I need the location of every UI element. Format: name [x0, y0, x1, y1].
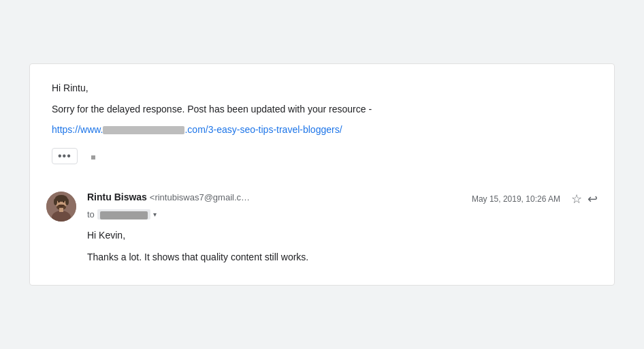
first-email-link-line: https://www..com/3-easy-seo-tips-travel-…	[52, 122, 592, 137]
recipient-name	[97, 209, 150, 219]
svg-point-8	[58, 201, 59, 202]
first-email-body-line: Sorry for the delayed response. Post has…	[52, 102, 592, 117]
recipient-row: to ▾	[87, 209, 598, 219]
svg-rect-7	[59, 208, 63, 212]
redacted-recipient	[100, 211, 148, 219]
star-icon[interactable]: ☆	[571, 192, 582, 207]
avatar-container	[46, 192, 76, 271]
redacted-domain	[103, 126, 184, 134]
first-email-greeting: Hi Rintu,	[52, 80, 592, 95]
first-email-body: Hi Rintu, Sorry for the delayed response…	[52, 80, 592, 137]
email-actions: May 15, 2019, 10:26 AM ☆ ↩	[472, 192, 598, 207]
email-thread: Hi Rintu, Sorry for the delayed response…	[29, 63, 615, 286]
avatar-image	[46, 192, 76, 222]
first-email-body-text: Sorry for the delayed response. Post has…	[52, 104, 372, 115]
avatar	[46, 192, 76, 222]
svg-point-3	[54, 198, 57, 205]
dot-indicator	[91, 155, 95, 160]
dropdown-arrow-icon[interactable]: ▾	[153, 211, 157, 218]
email-date: May 15, 2019, 10:26 AM	[472, 194, 560, 204]
recipient-label: to	[87, 209, 95, 219]
second-email-content: Rintu Biswas <rintubiswas7@gmail.c… May …	[87, 192, 598, 271]
svg-point-9	[63, 201, 64, 202]
sender-info: Rintu Biswas <rintubiswas7@gmail.c…	[87, 192, 472, 202]
second-email-block: Rintu Biswas <rintubiswas7@gmail.c… May …	[30, 178, 614, 285]
second-email-body-line1: Thanks a lot. It shows that quality cont…	[87, 249, 598, 266]
reply-icon[interactable]: ↩	[587, 192, 598, 207]
second-email-body: Hi Kevin, Thanks a lot. It shows that qu…	[87, 228, 598, 266]
ellipsis-button[interactable]: •••	[52, 148, 78, 164]
sender-name: Rintu Biswas	[87, 192, 147, 202]
first-email-link[interactable]: https://www..com/3-easy-seo-tips-travel-…	[52, 124, 342, 135]
second-email-header: Rintu Biswas <rintubiswas7@gmail.c… May …	[87, 192, 598, 207]
first-email-block: Hi Rintu, Sorry for the delayed response…	[30, 64, 614, 178]
second-email-greeting: Hi Kevin,	[87, 228, 598, 244]
sender-email: <rintubiswas7@gmail.c…	[150, 192, 250, 202]
svg-point-4	[65, 198, 69, 205]
